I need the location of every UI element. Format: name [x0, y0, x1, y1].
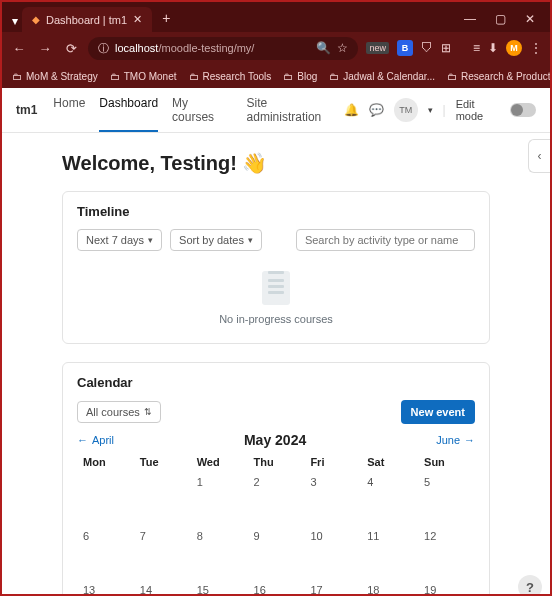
reload-icon[interactable]: ⟳: [62, 41, 80, 56]
bookmark-folder[interactable]: 🗀TMO Monet: [110, 71, 177, 82]
calendar-day[interactable]: 16: [248, 580, 305, 596]
window-controls: — ▢ ✕: [456, 6, 544, 32]
chevron-down-icon: ▾: [248, 235, 253, 245]
calendar-block: Calendar All courses⇅ New event ←April M…: [62, 362, 490, 596]
calendar-day[interactable]: 5: [418, 472, 475, 526]
nav-my-courses[interactable]: My courses: [172, 96, 232, 124]
page-navbar: tm1 Home Dashboard My courses Site admin…: [2, 88, 550, 133]
reading-list-icon[interactable]: ≡: [473, 41, 480, 55]
tab-favicon-icon: ◆: [32, 14, 40, 25]
calendar-month-title[interactable]: May 2024: [244, 432, 306, 448]
wave-icon: 👋: [242, 151, 267, 175]
timeline-sort-filter[interactable]: Sort by dates▾: [170, 229, 262, 251]
messages-icon[interactable]: 💬: [369, 103, 384, 117]
folder-icon: 🗀: [447, 71, 457, 82]
close-tab-icon[interactable]: ✕: [133, 13, 142, 26]
toggle-switch[interactable]: [510, 103, 536, 117]
calendar-day[interactable]: 18: [361, 580, 418, 596]
calendar-day[interactable]: 9: [248, 526, 305, 580]
next-month-link[interactable]: June→: [436, 434, 475, 446]
bookmark-folder[interactable]: 🗀Research & Product: [447, 71, 550, 82]
tab-title: Dashboard | tm1: [46, 14, 127, 26]
weekday-header: Thu: [248, 452, 305, 472]
forward-icon[interactable]: →: [36, 41, 54, 56]
back-icon[interactable]: ←: [10, 41, 28, 56]
notifications-icon[interactable]: 🔔: [344, 103, 359, 117]
calendar-day[interactable]: 19: [418, 580, 475, 596]
calendar-month-nav: ←April May 2024 June→: [77, 432, 475, 448]
calendar-course-filter[interactable]: All courses⇅: [77, 401, 161, 423]
calendar-day[interactable]: 4: [361, 472, 418, 526]
calendar-grid: Mon Tue Wed Thu Fri Sat Sun 1 2 3 4 5: [77, 452, 475, 596]
calendar-day[interactable]: [134, 472, 191, 526]
calendar-day[interactable]: [77, 472, 134, 526]
calendar-title: Calendar: [77, 375, 475, 390]
calendar-day[interactable]: 8: [191, 526, 248, 580]
folder-icon: 🗀: [189, 71, 199, 82]
bookmark-folder[interactable]: 🗀Research Tools: [189, 71, 272, 82]
browser-tab-active[interactable]: ◆ Dashboard | tm1 ✕: [22, 7, 152, 32]
tab-search-icon[interactable]: ▾: [8, 10, 22, 32]
extensions-puzzle-icon[interactable]: ⊞: [441, 41, 451, 55]
user-menu[interactable]: TM: [394, 98, 418, 122]
timeline-search-input[interactable]: [305, 234, 466, 246]
calendar-day[interactable]: 14: [134, 580, 191, 596]
empty-list-icon: [262, 271, 290, 305]
weekday-header: Fri: [304, 452, 361, 472]
nav-site-admin[interactable]: Site administration: [247, 96, 344, 124]
extension-shield-icon[interactable]: ⛉: [421, 41, 433, 55]
site-info-icon[interactable]: ⓘ: [98, 41, 109, 56]
block-drawer-toggle[interactable]: ‹: [528, 139, 550, 173]
calendar-day[interactable]: 10: [304, 526, 361, 580]
site-name[interactable]: tm1: [16, 103, 37, 117]
close-window-icon[interactable]: ✕: [516, 6, 544, 32]
chrome-menu-icon[interactable]: ⋮: [530, 41, 542, 55]
address-bar[interactable]: ⓘ localhost/moodle-testing/my/ 🔍 ☆: [88, 37, 358, 60]
timeline-empty-state: No in-progress courses: [77, 251, 475, 331]
prev-month-link[interactable]: ←April: [77, 434, 114, 446]
calendar-day[interactable]: 7: [134, 526, 191, 580]
nav-home[interactable]: Home: [53, 96, 85, 124]
new-tab-button[interactable]: +: [152, 4, 180, 32]
edit-mode-toggle[interactable]: Edit mode: [456, 98, 536, 122]
minimize-icon[interactable]: —: [456, 6, 484, 32]
bookmark-star-icon[interactable]: ☆: [337, 41, 348, 55]
url-text: localhost/moodle-testing/my/: [115, 42, 254, 54]
downloads-icon[interactable]: ⬇: [488, 41, 498, 55]
calendar-day[interactable]: 1: [191, 472, 248, 526]
bookmark-folder[interactable]: 🗀Blog: [283, 71, 317, 82]
extension-new-icon[interactable]: new: [366, 42, 389, 54]
chevron-down-icon: ▾: [148, 235, 153, 245]
arrow-left-icon: ←: [77, 434, 88, 446]
maximize-icon[interactable]: ▢: [486, 6, 514, 32]
timeline-search[interactable]: [296, 229, 475, 251]
edit-mode-label: Edit mode: [456, 98, 505, 122]
folder-icon: 🗀: [12, 71, 22, 82]
calendar-day[interactable]: 13: [77, 580, 134, 596]
bookmark-folder[interactable]: 🗀MoM & Strategy: [12, 71, 98, 82]
nav-dashboard[interactable]: Dashboard: [99, 96, 158, 132]
chevron-down-icon[interactable]: ▾: [428, 105, 433, 115]
help-button[interactable]: ?: [518, 575, 542, 596]
calendar-day[interactable]: 15: [191, 580, 248, 596]
profile-avatar-icon[interactable]: M: [506, 40, 522, 56]
weekday-header: Tue: [134, 452, 191, 472]
bookmarks-bar: 🗀MoM & Strategy 🗀TMO Monet 🗀Research Too…: [2, 64, 550, 88]
arrow-right-icon: →: [464, 434, 475, 446]
new-event-button[interactable]: New event: [401, 400, 475, 424]
calendar-day[interactable]: 2: [248, 472, 305, 526]
weekday-header: Sun: [418, 452, 475, 472]
timeline-title: Timeline: [77, 204, 475, 219]
browser-tabstrip: ▾ ◆ Dashboard | tm1 ✕ + — ▢ ✕: [2, 2, 550, 32]
folder-icon: 🗀: [110, 71, 120, 82]
calendar-day[interactable]: 6: [77, 526, 134, 580]
bookmark-folder[interactable]: 🗀Jadwal & Calendar...: [329, 71, 435, 82]
calendar-day[interactable]: 11: [361, 526, 418, 580]
extension-b-icon[interactable]: B: [397, 40, 413, 56]
search-icon[interactable]: 🔍: [316, 41, 331, 55]
calendar-day[interactable]: 12: [418, 526, 475, 580]
calendar-day[interactable]: 3: [304, 472, 361, 526]
timeline-time-filter[interactable]: Next 7 days▾: [77, 229, 162, 251]
weekday-header: Sat: [361, 452, 418, 472]
calendar-day[interactable]: 17: [304, 580, 361, 596]
